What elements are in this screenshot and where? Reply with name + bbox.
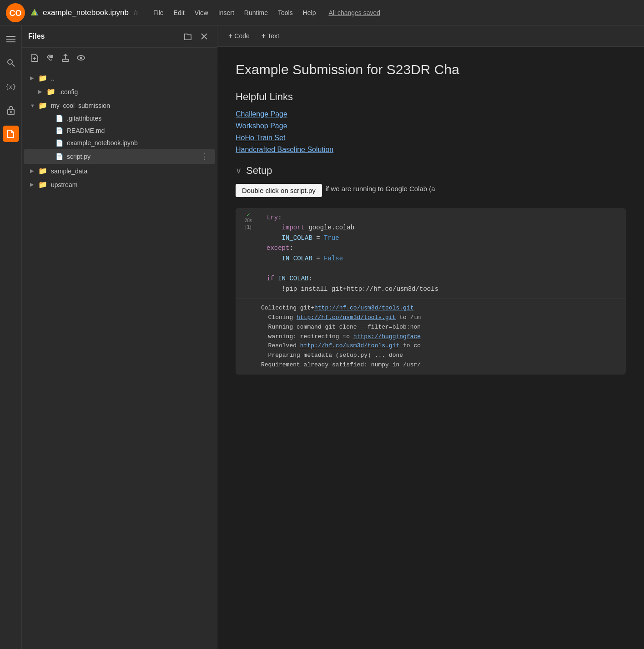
hoho-train-set-link[interactable]: HoHo Train Set	[236, 134, 626, 142]
drive-icon	[30, 8, 39, 17]
chevron-icon: ▶	[30, 182, 35, 188]
star-icon[interactable]: ☆	[132, 8, 139, 17]
upload-button[interactable]	[59, 51, 72, 64]
output-line: warning: redirecting to https://huggingf…	[261, 332, 619, 342]
tree-item-my-cool-submission[interactable]: ▼ 📁 my_cool_submission	[24, 99, 215, 112]
plus-icon: +	[228, 32, 232, 40]
menu-tools[interactable]: Tools	[273, 7, 297, 18]
menu-insert[interactable]: Insert	[214, 7, 239, 18]
tree-item-notebook[interactable]: 📄 example_notebook.ipynb	[24, 137, 215, 149]
folder-icon: 📁	[46, 87, 55, 96]
sidebar-secrets-icon[interactable]	[3, 102, 19, 118]
tree-item-label: sample_data	[51, 167, 87, 175]
file-icon: 📄	[55, 115, 63, 122]
notebook-content: Example Submission for S23DR Cha Helpful…	[217, 47, 644, 649]
svg-point-11	[10, 111, 12, 113]
tree-item-gitattributes[interactable]: 📄 .gitattributes	[24, 112, 215, 124]
menu-runtime[interactable]: Runtime	[240, 7, 272, 18]
output-line: Requirement already satisfied: numpy in …	[261, 360, 619, 370]
context-menu-icon[interactable]: ⋮	[201, 152, 209, 162]
sidebar-search-icon[interactable]	[3, 55, 19, 71]
chevron-icon: ▶	[38, 89, 44, 95]
tree-item-label: ..	[51, 75, 55, 82]
preview-button[interactable]	[75, 51, 87, 64]
file-icon: 📄	[55, 139, 63, 147]
all-changes-saved[interactable]: All changes saved	[328, 9, 380, 16]
svg-line-9	[12, 64, 15, 66]
file-icon: 📄	[55, 153, 63, 160]
sidebar-menu-icon[interactable]	[3, 31, 19, 47]
main-layout: {x} Files	[0, 25, 644, 649]
menu-file[interactable]: File	[149, 7, 168, 18]
svg-marker-3	[31, 9, 35, 15]
file-icon: 📄	[55, 127, 63, 134]
tree-item-label: upstream	[51, 181, 77, 188]
notebook-filename: example_notebook.ipynb	[43, 8, 129, 17]
code-cell-1: ✓ 28s [1] try: import google.colab IN_CO…	[236, 208, 626, 375]
svg-rect-6	[6, 39, 15, 40]
folder-icon: 📁	[38, 74, 47, 82]
tooltip-callout: Double click on script.py	[236, 184, 322, 197]
new-folder-button[interactable]	[181, 30, 194, 43]
svg-rect-5	[6, 36, 15, 37]
tree-item-upstream[interactable]: ▶ 📁 upstream	[24, 178, 215, 191]
svg-rect-16	[62, 59, 69, 61]
add-code-button[interactable]: + Code	[225, 30, 253, 42]
cell-code[interactable]: try: import google.colab IN_COLAB = True…	[261, 208, 626, 299]
sidebar-icons: {x}	[0, 25, 22, 649]
challenge-page-link[interactable]: Challenge Page	[236, 110, 626, 118]
main-content: + Code + Text Example Submission for S23…	[217, 25, 644, 649]
chevron-icon: ▼	[30, 103, 35, 108]
output-line: Running command git clone --filter=blob:…	[261, 323, 619, 332]
tree-item-script-py[interactable]: 📄 script.py ⋮	[24, 149, 215, 164]
handcrafted-baseline-link[interactable]: Handcrafted Baseline Solution	[236, 146, 626, 154]
menu-bar: File Edit View Insert Runtime Tools Help	[149, 7, 320, 18]
svg-point-18	[80, 57, 82, 59]
output-line: Cloning http://hf.co/usm3d/tools.git to …	[261, 313, 619, 323]
file-toolbar	[22, 48, 217, 68]
output-line: Resolved http://hf.co/usm3d/tools.git to…	[261, 341, 619, 351]
output-line: Preparing metadata (setup.py) ... done	[261, 351, 619, 360]
code-line: try:	[267, 213, 620, 223]
menu-help[interactable]: Help	[298, 7, 321, 18]
setup-section: ∨ Setup	[236, 165, 626, 177]
tooltip-area: Double click on script.py if we are runn…	[236, 184, 626, 203]
file-panel-header: Files	[22, 25, 217, 48]
sidebar-files-icon[interactable]	[3, 126, 19, 142]
tree-item-label: README.md	[67, 127, 105, 134]
svg-point-8	[8, 60, 12, 64]
add-text-button[interactable]: + Text	[258, 30, 283, 42]
setup-title: Setup	[246, 165, 272, 177]
code-label: Code	[234, 32, 249, 40]
menu-view[interactable]: View	[190, 7, 213, 18]
menu-edit[interactable]: Edit	[169, 7, 189, 18]
svg-text:CO: CO	[10, 9, 22, 18]
exec-check-icon: ✓	[246, 212, 251, 218]
code-line: if IN_COLAB:	[267, 274, 620, 284]
cell-output: Collecting git+http://hf.co/usm3d/tools.…	[236, 299, 626, 375]
code-line: except:	[267, 243, 620, 253]
tree-item-parent[interactable]: ▶ 📁 ..	[24, 71, 215, 85]
code-line: IN_COLAB = True	[267, 233, 620, 243]
setup-text: if we are running to Google Colab (a	[326, 184, 435, 194]
folder-icon: 📁	[38, 101, 47, 110]
tree-item-label: .gitattributes	[67, 115, 101, 122]
folder-icon: 📁	[38, 180, 47, 189]
notebook-title: example_notebook.ipynb ☆	[30, 8, 139, 17]
file-panel: Files	[22, 25, 217, 649]
tree-item-config[interactable]: ▶ 📁 .config	[24, 85, 215, 98]
chevron-icon: ▶	[30, 75, 35, 81]
workshop-page-link[interactable]: Workshop Page	[236, 122, 626, 130]
tree-item-label: script.py	[67, 153, 91, 160]
setup-chevron-icon[interactable]: ∨	[236, 166, 241, 176]
close-panel-button[interactable]	[198, 30, 211, 43]
tree-item-label: my_cool_submission	[51, 102, 110, 109]
cell-gutter: ✓ 28s [1] try: import google.colab IN_CO…	[236, 208, 626, 299]
tree-item-readme[interactable]: 📄 README.md	[24, 125, 215, 137]
tree-item-sample-data[interactable]: ▶ 📁 sample_data	[24, 164, 215, 177]
files-panel-title: Files	[28, 32, 45, 41]
exec-time: 28s	[245, 218, 252, 223]
sidebar-variables-icon[interactable]: {x}	[3, 78, 19, 95]
new-file-button[interactable]	[28, 51, 41, 64]
refresh-button[interactable]	[44, 51, 56, 64]
